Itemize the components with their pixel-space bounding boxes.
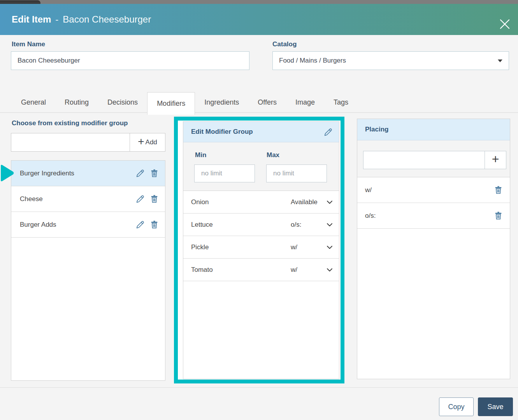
min-max-section: Min Max xyxy=(183,142,339,191)
tab-decisions[interactable]: Decisions xyxy=(98,92,147,112)
chevron-down-icon[interactable] xyxy=(325,243,334,252)
modifier-name: Lettuce xyxy=(191,221,291,229)
edit-pencil-icon[interactable] xyxy=(135,194,145,204)
modifier-row-lettuce: Lettuce o/s: xyxy=(183,214,339,236)
save-button[interactable]: Save xyxy=(478,397,513,416)
existing-groups-title: Choose from existing modifier group xyxy=(12,119,128,127)
background-window-tab xyxy=(0,0,40,4)
edit-modifier-group-panel: Edit Modifier Group Min Max Onion Availa… xyxy=(183,121,339,379)
tab-ingredients[interactable]: Ingredients xyxy=(195,92,248,112)
chevron-down-icon[interactable] xyxy=(325,198,334,206)
delete-trash-icon[interactable] xyxy=(149,194,159,204)
caret-down-icon xyxy=(498,60,502,62)
modal-title-separator: - xyxy=(55,14,58,25)
modifier-row-pickle: Pickle w/ xyxy=(183,236,339,259)
modifier-state-dropdown[interactable]: Available xyxy=(291,198,325,206)
copy-button[interactable]: Copy xyxy=(439,397,474,416)
delete-trash-icon[interactable] xyxy=(493,185,503,195)
item-name-input[interactable] xyxy=(11,51,249,70)
tab-offers[interactable]: Offers xyxy=(248,92,286,112)
screen: Edit Item - Bacon Cheeseburger Item Name… xyxy=(0,0,518,420)
modifier-state-dropdown[interactable]: w/ xyxy=(291,266,325,274)
placing-panel: Placing + w/ o/s: xyxy=(357,119,510,379)
add-group-button-label: Add xyxy=(146,138,157,146)
group-row-burger-adds[interactable]: Burger Adds xyxy=(11,212,165,238)
tab-modifiers[interactable]: Modifiers xyxy=(147,92,195,115)
footer-divider xyxy=(0,387,518,388)
placing-row-os: o/s: xyxy=(357,203,510,229)
max-input[interactable] xyxy=(266,164,327,182)
modifier-name: Onion xyxy=(191,198,291,206)
min-input[interactable] xyxy=(194,164,255,182)
edit-pencil-icon[interactable] xyxy=(135,168,145,178)
edit-pencil-icon[interactable] xyxy=(323,127,333,137)
placing-add-button[interactable]: + xyxy=(485,151,506,169)
tab-routing[interactable]: Routing xyxy=(55,92,98,112)
delete-trash-icon[interactable] xyxy=(149,220,159,229)
modifier-group-search-input[interactable] xyxy=(11,133,130,152)
placing-title: Placing xyxy=(357,119,510,140)
group-name: Burger Adds xyxy=(20,221,131,229)
tab-image[interactable]: Image xyxy=(286,92,324,112)
delete-trash-icon[interactable] xyxy=(149,168,159,178)
placing-row-w: w/ xyxy=(357,177,510,203)
modal-title: Edit Item - Bacon Cheeseburger xyxy=(12,4,151,35)
group-name: Burger Ingredients xyxy=(20,170,131,177)
catalog-selected-value: Food / Mains / Burgers xyxy=(279,57,346,65)
tab-general[interactable]: General xyxy=(12,92,55,112)
modifier-state-dropdown[interactable]: o/s: xyxy=(291,221,325,229)
item-name-label: Item Name xyxy=(12,40,45,48)
catalog-label: Catalog xyxy=(272,40,297,48)
group-row-burger-ingredients[interactable]: Burger Ingredients xyxy=(11,161,165,186)
add-group-button[interactable]: + Add xyxy=(130,133,165,152)
tab-tags[interactable]: Tags xyxy=(324,92,358,112)
tab-bar: General Routing Decisions Modifiers Ingr… xyxy=(0,92,518,113)
modifier-row-tomato: Tomato w/ xyxy=(183,259,339,281)
close-icon[interactable] xyxy=(498,18,511,31)
modal-title-prefix: Edit Item xyxy=(12,14,51,25)
edit-pencil-icon[interactable] xyxy=(135,220,145,229)
max-label: Max xyxy=(267,151,279,159)
modal-title-item: Bacon Cheeseburger xyxy=(63,14,151,25)
background-window-bar xyxy=(0,0,518,4)
modifier-name: Tomato xyxy=(191,266,291,274)
min-label: Min xyxy=(195,151,206,159)
plus-icon: + xyxy=(492,152,499,166)
placing-add-section: + xyxy=(357,140,510,177)
selection-pointer-arrow-icon xyxy=(0,163,15,183)
group-name: Cheese xyxy=(20,195,131,203)
catalog-select[interactable]: Food / Mains / Burgers xyxy=(272,51,509,70)
chevron-down-icon[interactable] xyxy=(325,266,334,274)
placing-item-name: o/s: xyxy=(365,212,489,220)
delete-trash-icon[interactable] xyxy=(493,211,503,220)
plus-icon: + xyxy=(138,135,144,148)
placing-item-name: w/ xyxy=(365,186,489,194)
modal-header: Edit Item - Bacon Cheeseburger xyxy=(0,4,518,35)
edit-modifier-group-title: Edit Modifier Group xyxy=(191,128,319,136)
modifier-row-onion: Onion Available xyxy=(183,191,339,214)
chevron-down-icon[interactable] xyxy=(325,220,334,229)
modifier-name: Pickle xyxy=(191,243,291,251)
group-row-cheese[interactable]: Cheese xyxy=(11,186,165,212)
modifier-group-list: Burger Ingredients Cheese Burger Adds xyxy=(11,160,165,381)
placing-input[interactable] xyxy=(363,151,485,169)
modifier-state-dropdown[interactable]: w/ xyxy=(291,243,325,251)
edit-modifier-group-header: Edit Modifier Group xyxy=(183,122,339,142)
